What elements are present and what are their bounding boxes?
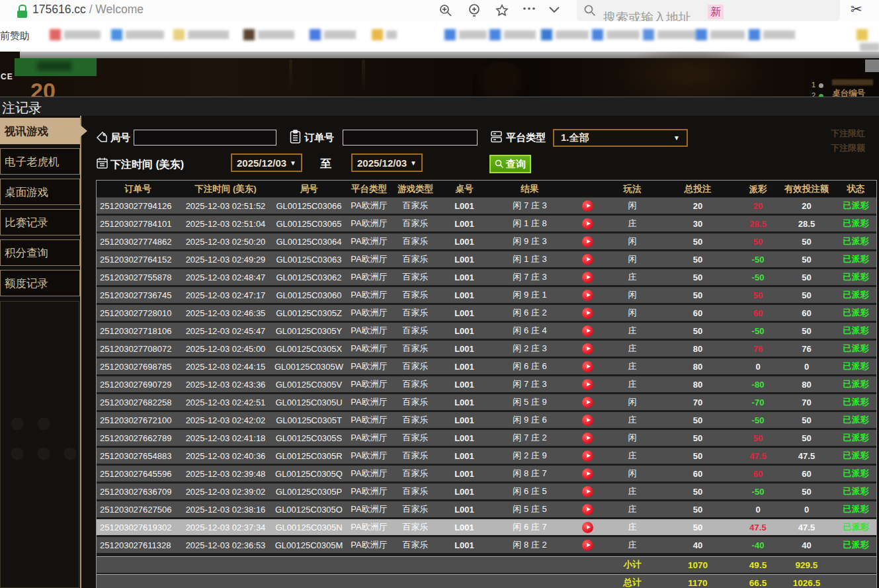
play-video-button[interactable]: [582, 540, 593, 551]
bookmark-item[interactable]: [489, 28, 536, 42]
play-video-button[interactable]: [582, 522, 593, 533]
table-row[interactable]: 2512030276275062025-12-03 02:38:16GL0012…: [97, 501, 876, 519]
table-row[interactable]: 2512030276548832025-12-03 02:40:36GL0012…: [97, 448, 876, 466]
payout-cell: -50: [737, 255, 779, 265]
valid-bet-cell: 50: [779, 433, 834, 443]
play-video-button[interactable]: [582, 379, 593, 390]
date-to-select[interactable]: 2025/12/03 ▼: [351, 153, 423, 172]
table-row[interactable]: 2512030277080722025-12-03 02:45:00GL0012…: [97, 341, 876, 358]
table-row[interactable]: 2512030277841012025-12-03 02:51:04GL0012…: [97, 216, 876, 233]
candle-streak: [362, 60, 365, 94]
bookmark-item[interactable]: [173, 28, 229, 42]
bookmark-item[interactable]: [696, 28, 745, 42]
sidebar-item-3[interactable]: 比赛记录: [0, 209, 80, 235]
table-row[interactable]: 2512030276193022025-12-03 02:37:34GL0012…: [97, 519, 876, 537]
table-row[interactable]: 2512030276367092025-12-03 02:39:02GL0012…: [97, 483, 876, 501]
search-input[interactable]: 搜索或输入地址 新: [577, 0, 840, 21]
bookmark-item[interactable]: [243, 28, 294, 42]
play-video-button[interactable]: [582, 397, 593, 408]
play-type-cell: 闲: [606, 468, 659, 480]
bookmark-star-icon[interactable]: [495, 3, 509, 18]
bookmark-item[interactable]: [643, 28, 697, 42]
sidebar-item-4[interactable]: 积分查询: [0, 239, 80, 266]
play-video-button[interactable]: [582, 343, 593, 355]
bookmark-item[interactable]: [857, 28, 879, 42]
table-row[interactable]: 2512030277280102025-12-03 02:46:35GL0012…: [97, 305, 876, 323]
table-row[interactable]: 2512030276113282025-12-03 02:36:53GL0012…: [97, 537, 876, 555]
table-row[interactable]: 2512030276721002025-12-03 02:42:02GL0012…: [97, 412, 876, 430]
chevron-down-icon[interactable]: [548, 5, 562, 20]
round-id-input[interactable]: [134, 130, 276, 146]
header-cell: 状态: [834, 183, 877, 195]
play-video-button[interactable]: [582, 272, 593, 283]
play-video-button[interactable]: [582, 361, 593, 372]
play-video-button[interactable]: [582, 486, 593, 497]
sidebar-item-1[interactable]: 电子老虎机: [0, 148, 80, 175]
payout-cell: 60: [737, 469, 779, 479]
table-row[interactable]: 2512030277558782025-12-03 02:48:47GL0012…: [97, 269, 876, 287]
bookmark-favicon: [173, 29, 185, 40]
valid-bet-cell: 50: [779, 290, 834, 300]
bookmark-item[interactable]: [749, 28, 795, 42]
bookmark-item[interactable]: [111, 28, 164, 42]
zoom-in-icon[interactable]: [439, 3, 453, 18]
bookmark-label[interactable]: 前赞助: [0, 30, 30, 42]
table-row[interactable]: 2512030277367452025-12-03 02:47:17GL0012…: [97, 287, 876, 305]
seat-row-2: 2: [812, 91, 823, 97]
play-video-button[interactable]: [582, 218, 593, 230]
table-row[interactable]: 2512030277181062025-12-03 02:45:47GL0012…: [97, 323, 876, 341]
play-video-button[interactable]: [582, 325, 593, 337]
play-video-button[interactable]: [582, 200, 593, 212]
bookmark-item[interactable]: [372, 28, 397, 42]
order-id-label: 订单号: [304, 132, 334, 144]
status-cell: 已派彩: [834, 235, 877, 247]
play-video-button[interactable]: [582, 308, 593, 319]
bookmark-item[interactable]: [50, 28, 101, 42]
play-video-button[interactable]: [582, 433, 593, 444]
bookmark-item[interactable]: [541, 28, 589, 42]
table-body: 2512030277941262025-12-03 02:51:52GL0012…: [97, 198, 876, 555]
bookmark-item[interactable]: [444, 28, 487, 42]
table-row[interactable]: 2512030276987852025-12-03 02:44:15GL0012…: [97, 358, 876, 376]
sidebar-item-5[interactable]: 额度记录: [0, 270, 80, 296]
bookmark-item[interactable]: [592, 28, 640, 42]
sidebar-item-2[interactable]: 桌面游戏: [0, 179, 80, 205]
play-video-button[interactable]: [582, 504, 593, 515]
table-row[interactable]: 2512030276907292025-12-03 02:43:36GL0012…: [97, 376, 876, 394]
platform-cell: PA欧洲厅: [346, 503, 392, 515]
order-id-input[interactable]: [343, 130, 478, 146]
table-row[interactable]: 2512030277941262025-12-03 02:51:52GL0012…: [97, 198, 876, 216]
play-video-button[interactable]: [582, 254, 593, 265]
status-cell: 已派彩: [834, 485, 877, 497]
date-from-select[interactable]: 2025/12/03 ▼: [231, 153, 302, 172]
round-id-cell: GL00125C0305Q: [272, 469, 346, 479]
bet-time-cell: 2025-12-03 02:39:02: [179, 487, 272, 497]
query-button[interactable]: 查询: [489, 155, 531, 173]
play-cell: [569, 504, 606, 515]
game-type-cell: 百家乐: [392, 539, 439, 551]
ssl-lock-icon[interactable]: [17, 3, 28, 19]
play-video-button[interactable]: [582, 468, 593, 480]
bookmark-item[interactable]: [310, 28, 356, 42]
table-row[interactable]: 2512030277641522025-12-03 02:49:29GL0012…: [97, 251, 876, 269]
table-row[interactable]: 2512030277748622025-12-03 02:50:20GL0012…: [97, 233, 876, 251]
play-video-button[interactable]: [582, 290, 593, 301]
table-row[interactable]: 2512030276455962025-12-03 02:39:48GL0012…: [97, 466, 876, 483]
platform-type-select[interactable]: 1.全部 ▼: [553, 129, 688, 147]
scissors-icon[interactable]: ✂: [851, 1, 862, 17]
play-cell: [569, 290, 606, 301]
play-video-button[interactable]: [582, 236, 593, 247]
more-menu-icon[interactable]: [522, 6, 536, 21]
play-cell: [569, 397, 606, 408]
status-cell: 已派彩: [834, 432, 877, 444]
play-video-button[interactable]: [582, 450, 593, 462]
table-row[interactable]: 2512030276822582025-12-03 02:42:51GL0012…: [97, 394, 876, 412]
play-icon: [587, 525, 591, 529]
table-row[interactable]: 2512030276627892025-12-03 02:41:18GL0012…: [97, 430, 876, 448]
play-video-button[interactable]: [582, 415, 593, 426]
total-bet: 1170: [659, 578, 737, 588]
game-type-cell: 百家乐: [392, 289, 439, 301]
sidebar-item-0[interactable]: 视讯游戏: [0, 118, 80, 144]
address-bar[interactable]: 175616.cc / Welcome: [32, 3, 144, 17]
circle-plus-icon[interactable]: [467, 3, 481, 18]
